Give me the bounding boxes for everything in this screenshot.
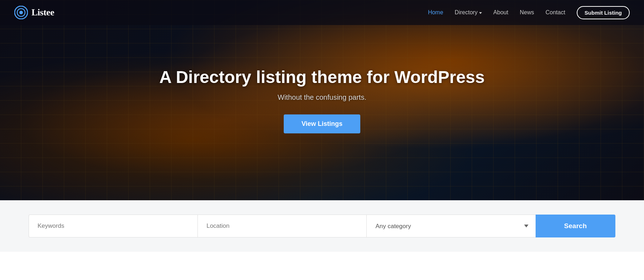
navbar: Listee Home Directory About News Contact… bbox=[0, 0, 644, 25]
nav-item-home[interactable]: Home bbox=[428, 9, 443, 16]
svg-point-2 bbox=[19, 11, 23, 14]
nav-links: Home Directory About News Contact Submit… bbox=[428, 6, 630, 19]
logo[interactable]: Listee bbox=[14, 6, 54, 19]
nav-item-submit[interactable]: Submit Listing bbox=[577, 6, 630, 19]
location-input[interactable] bbox=[197, 215, 366, 237]
hero-content: A Directory listing theme for WordPress … bbox=[152, 67, 492, 133]
category-select-wrap: Any category Restaurants Hotels Shopping… bbox=[366, 215, 535, 237]
keywords-input-wrap bbox=[29, 215, 197, 237]
search-section: Any category Restaurants Hotels Shopping… bbox=[0, 200, 644, 252]
nav-link-contact[interactable]: Contact bbox=[546, 9, 565, 15]
nav-item-directory[interactable]: Directory bbox=[455, 9, 482, 16]
hero-subtitle: Without the confusing parts. bbox=[159, 93, 485, 102]
view-listings-button[interactable]: View Listings bbox=[284, 114, 361, 133]
keywords-input[interactable] bbox=[29, 215, 197, 237]
nav-item-about[interactable]: About bbox=[493, 9, 508, 16]
logo-text: Listee bbox=[31, 7, 54, 18]
logo-icon bbox=[14, 6, 28, 19]
nav-link-news[interactable]: News bbox=[520, 9, 534, 15]
location-input-wrap bbox=[197, 215, 366, 237]
nav-link-about[interactable]: About bbox=[493, 9, 508, 15]
search-button[interactable]: Search bbox=[536, 215, 615, 237]
nav-link-home[interactable]: Home bbox=[428, 9, 443, 15]
nav-item-news[interactable]: News bbox=[520, 9, 534, 16]
hero-title: A Directory listing theme for WordPress bbox=[159, 67, 485, 88]
hero-section: A Directory listing theme for WordPress … bbox=[0, 0, 644, 200]
nav-item-contact[interactable]: Contact bbox=[546, 9, 565, 16]
chevron-down-icon bbox=[479, 12, 482, 14]
nav-link-directory[interactable]: Directory bbox=[455, 9, 482, 16]
submit-listing-button[interactable]: Submit Listing bbox=[577, 6, 630, 19]
category-select[interactable]: Any category Restaurants Hotels Shopping… bbox=[366, 215, 535, 237]
